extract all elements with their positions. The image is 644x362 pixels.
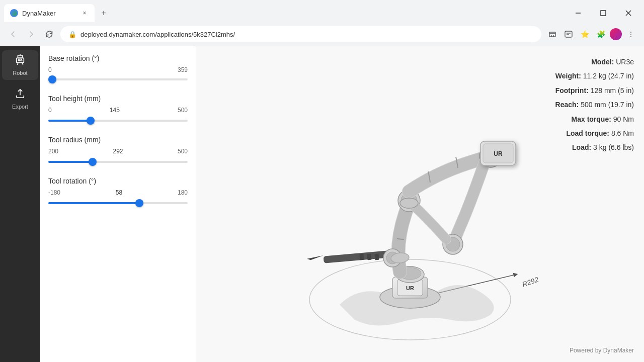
model-value: UR3e bbox=[616, 58, 634, 66]
weight-label: Weight: bbox=[555, 72, 581, 80]
tool-radius-group: Tool radius (mm) 200 292 500 bbox=[48, 136, 188, 165]
forward-button[interactable] bbox=[24, 27, 38, 41]
sidebar-item-robot[interactable]: Robot bbox=[2, 50, 38, 80]
svg-rect-9 bbox=[17, 58, 24, 62]
tool-radius-max: 500 bbox=[178, 148, 188, 155]
weight-row: Weight: 11.2 kg (24.7 in) bbox=[555, 70, 634, 81]
tool-height-min: 0 bbox=[48, 107, 52, 114]
close-window-button[interactable] bbox=[617, 6, 640, 20]
robot-icon bbox=[15, 54, 26, 68]
main-canvas: R292 bbox=[196, 46, 644, 362]
browser-tab[interactable]: DynaMaker × bbox=[4, 4, 95, 22]
bookmark-button[interactable]: ⭐ bbox=[578, 27, 592, 41]
tool-height-max: 500 bbox=[178, 107, 188, 114]
tool-radius-value: 292 bbox=[113, 148, 123, 155]
sidebar-robot-label: Robot bbox=[13, 70, 27, 76]
load-torque-label: Load torque: bbox=[566, 129, 609, 137]
footprint-value: 128 mm (5 in) bbox=[591, 86, 634, 95]
load-value: 3 kg (6.6 lbs) bbox=[593, 143, 634, 151]
export-icon bbox=[15, 88, 26, 102]
model-label: Model: bbox=[591, 58, 614, 66]
tool-rotation-group: Tool rotation (°) -180 58 180 bbox=[48, 177, 188, 206]
tab-title: DynaMaker bbox=[22, 10, 76, 17]
new-tab-button[interactable]: + bbox=[97, 6, 111, 20]
sidebar-item-export[interactable]: Export bbox=[2, 84, 38, 114]
svg-text:R292: R292 bbox=[521, 275, 540, 289]
tool-radius-label: Tool radius (mm) bbox=[48, 136, 188, 144]
cast-button[interactable] bbox=[545, 27, 559, 41]
profile-avatar[interactable] bbox=[610, 28, 622, 40]
minimize-button[interactable] bbox=[567, 6, 590, 20]
max-torque-row: Max torque: 90 Nm bbox=[555, 114, 634, 125]
max-torque-label: Max torque: bbox=[572, 115, 611, 123]
maximize-button[interactable] bbox=[592, 6, 615, 20]
sidebar-export-label: Export bbox=[12, 104, 28, 110]
svg-text:UR: UR bbox=[494, 150, 503, 157]
svg-rect-5 bbox=[565, 31, 572, 37]
address-bar[interactable]: 🔒 deployed.dynamaker.com/applications/5k… bbox=[60, 26, 541, 42]
footprint-label: Footprint: bbox=[555, 86, 589, 95]
weight-value: 11.2 kg (24.7 in) bbox=[583, 72, 634, 80]
load-torque-value: 8.6 Nm bbox=[611, 129, 634, 137]
reach-label: Reach: bbox=[555, 101, 579, 109]
svg-rect-38 bbox=[374, 254, 379, 260]
reach-row: Reach: 500 mm (19.7 in) bbox=[555, 99, 634, 110]
base-rotation-label: Base rotation (°) bbox=[48, 54, 188, 62]
sidebar: Robot Export bbox=[0, 46, 40, 362]
svg-rect-36 bbox=[359, 254, 364, 260]
url-text: deployed.dynamaker.com/applications/5k32… bbox=[80, 31, 533, 38]
info-panel: Model: UR3e Weight: 11.2 kg (24.7 in) Fo… bbox=[555, 56, 634, 156]
svg-point-34 bbox=[400, 198, 418, 208]
max-torque-value: 90 Nm bbox=[613, 115, 634, 123]
tool-rotation-slider[interactable] bbox=[48, 202, 188, 204]
tool-radius-min: 200 bbox=[48, 148, 58, 155]
robot-svg: R292 bbox=[249, 58, 591, 350]
browser-chrome: DynaMaker × + 🔒 deployed.dynam bbox=[0, 0, 644, 46]
svg-rect-4 bbox=[549, 32, 555, 37]
load-torque-row: Load torque: 8.6 Nm bbox=[555, 128, 634, 139]
base-rotation-slider[interactable] bbox=[48, 78, 188, 80]
base-rotation-values: 0 359 bbox=[48, 66, 188, 73]
nav-bar: 🔒 deployed.dynamaker.com/applications/5k… bbox=[0, 22, 644, 46]
base-rotation-group: Base rotation (°) 0 359 bbox=[48, 54, 188, 82]
tab-close-button[interactable]: × bbox=[80, 9, 89, 17]
tool-radius-slider[interactable] bbox=[48, 161, 188, 163]
svg-point-12 bbox=[21, 60, 22, 61]
svg-text:UR: UR bbox=[406, 285, 414, 291]
tool-rotation-label: Tool rotation (°) bbox=[48, 177, 188, 185]
tool-rotation-value: 58 bbox=[116, 189, 122, 196]
tab-favicon bbox=[11, 10, 17, 16]
svg-rect-1 bbox=[601, 11, 606, 16]
base-rotation-max: 359 bbox=[178, 66, 188, 73]
tab-favicon-container bbox=[10, 9, 18, 17]
extensions-button[interactable]: 🧩 bbox=[594, 27, 608, 41]
model-row: Model: UR3e bbox=[555, 56, 634, 67]
tool-height-label: Tool height (mm) bbox=[48, 95, 188, 103]
lock-icon: 🔒 bbox=[68, 31, 76, 38]
footprint-row: Footprint: 128 mm (5 in) bbox=[555, 85, 634, 96]
tool-height-group: Tool height (mm) 0 145 500 bbox=[48, 95, 188, 124]
tab-search-button[interactable] bbox=[561, 27, 576, 41]
refresh-button[interactable] bbox=[42, 27, 56, 41]
reach-value: 500 mm (19.7 in) bbox=[581, 101, 634, 109]
tool-height-slider[interactable] bbox=[48, 120, 188, 122]
nav-extras: ⭐ 🧩 ⋮ bbox=[545, 27, 638, 41]
load-row: Load: 3 kg (6.6 lbs) bbox=[555, 142, 634, 153]
load-label: Load: bbox=[572, 143, 591, 151]
tool-rotation-max: 180 bbox=[178, 189, 188, 196]
svg-point-11 bbox=[18, 60, 20, 61]
tool-rotation-min: -180 bbox=[48, 189, 60, 196]
menu-button[interactable]: ⋮ bbox=[624, 27, 638, 41]
powered-by: Powered by DynaMaker bbox=[570, 347, 634, 354]
tool-height-value: 145 bbox=[110, 107, 120, 114]
back-button[interactable] bbox=[6, 27, 20, 41]
controls-panel: Base rotation (°) 0 359 Tool height (mm)… bbox=[40, 46, 196, 362]
base-rotation-min: 0 bbox=[48, 66, 52, 73]
window-controls bbox=[567, 6, 640, 20]
svg-rect-37 bbox=[367, 254, 371, 260]
title-bar: DynaMaker × + bbox=[0, 0, 644, 22]
app-body: Robot Export Base rotation (°) 0 359 To bbox=[0, 46, 644, 362]
